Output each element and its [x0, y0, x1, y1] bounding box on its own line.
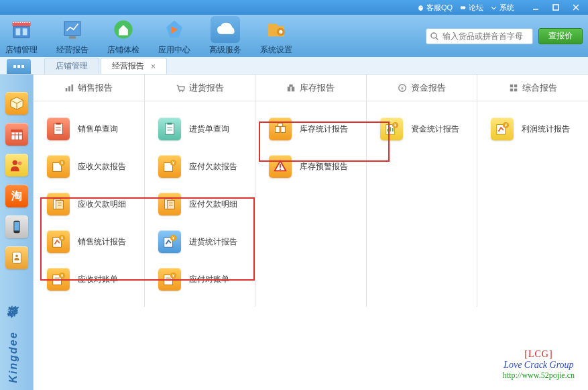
report-purchase-stats[interactable]: ¥进货统计报告: [153, 230, 237, 253]
rail-taobao-icon[interactable]: 淘: [5, 185, 28, 207]
toolbar-system-settings[interactable]: 系统设置: [260, 16, 292, 56]
maximize-button[interactable]: [548, 2, 564, 13]
svg-rect-35: [290, 84, 293, 87]
svg-rect-29: [68, 86, 70, 91]
rail-contacts-icon[interactable]: [5, 246, 28, 269]
category-funds[interactable]: ¥资金报告: [367, 75, 478, 101]
left-rail: 淘 Kingdee 金蝶: [0, 75, 34, 390]
svg-rect-43: [56, 123, 60, 125]
apps-grid-button[interactable]: [7, 59, 31, 74]
toolbar-shop-manage[interactable]: 店铺管理: [5, 16, 38, 56]
svg-rect-81: [281, 126, 285, 132]
report-stock-alert[interactable]: 库存预警报告: [263, 155, 348, 178]
svg-rect-28: [66, 88, 68, 91]
svg-point-22: [12, 160, 17, 165]
toolbar-app-center[interactable]: 应用中心: [158, 16, 190, 56]
minimize-button[interactable]: [528, 2, 544, 13]
svg-point-31: [179, 91, 180, 92]
svg-rect-38: [510, 84, 512, 87]
svg-text:¥: ¥: [61, 160, 64, 165]
forum-link[interactable]: 论坛: [459, 3, 483, 13]
close-button[interactable]: [568, 2, 584, 13]
svg-point-1: [420, 7, 420, 7]
watermark: [LCG] Love Crack Group http://www.52poji…: [503, 349, 575, 381]
category-composite[interactable]: 综合报告: [477, 75, 588, 101]
svg-text:¥: ¥: [401, 85, 404, 90]
rail-cube-icon[interactable]: [5, 92, 28, 115]
tab-business-report[interactable]: 经营报告×: [101, 58, 167, 74]
svg-rect-62: [167, 123, 172, 125]
svg-point-23: [17, 162, 21, 166]
svg-point-0: [418, 5, 423, 11]
svg-rect-50: [56, 201, 63, 209]
title-bar: 客服QQ 论坛 系统: [0, 0, 588, 15]
svg-rect-18: [11, 130, 22, 133]
svg-rect-40: [510, 88, 512, 91]
category-sales[interactable]: 销售报告: [34, 75, 145, 101]
svg-rect-33: [288, 87, 290, 91]
brand-logo: Kingdee 金蝶: [7, 324, 21, 383]
report-sales-query[interactable]: 销售单查询: [42, 117, 118, 140]
svg-rect-13: [69, 36, 76, 38]
svg-text:¥: ¥: [172, 236, 174, 240]
rail-phone-icon[interactable]: [5, 215, 28, 238]
search-input[interactable]: [426, 28, 533, 44]
toolbar-shop-check[interactable]: 店铺体检: [107, 16, 139, 56]
svg-point-4: [463, 6, 465, 9]
svg-rect-10: [16, 28, 21, 35]
rail-calendar-icon[interactable]: [5, 123, 28, 146]
svg-rect-25: [14, 222, 19, 231]
report-funds-stats[interactable]: ¥资金统计报告: [375, 117, 459, 140]
toolbar-business-report[interactable]: 经营报告: [56, 16, 89, 56]
tab-bar: 店铺管理 经营报告×: [0, 57, 588, 75]
svg-rect-80: [276, 126, 280, 132]
system-menu[interactable]: 系统: [490, 3, 514, 13]
svg-point-27: [15, 254, 18, 257]
category-purchase[interactable]: 进货报告: [145, 75, 256, 101]
toolbar-premium-service[interactable]: 高级服务: [209, 16, 241, 56]
rail-people-icon[interactable]: [5, 154, 28, 177]
svg-rect-61: [165, 124, 174, 135]
report-sales-stats[interactable]: ¥销售统计报告: [42, 230, 126, 253]
report-receivable-statement[interactable]: ¥应收对账单: [42, 268, 118, 291]
svg-rect-69: [167, 201, 174, 209]
svg-text:¥: ¥: [61, 236, 64, 240]
svg-point-32: [182, 91, 184, 92]
svg-text:¥: ¥: [394, 123, 396, 128]
support-qq-link[interactable]: 客服QQ: [417, 3, 453, 13]
svg-rect-41: [514, 88, 517, 91]
svg-rect-34: [292, 87, 294, 91]
svg-rect-42: [54, 124, 63, 135]
svg-rect-30: [72, 84, 74, 91]
svg-text:¥: ¥: [172, 160, 174, 165]
svg-point-84: [280, 168, 281, 170]
category-stock[interactable]: 库存报告: [255, 75, 367, 101]
tab-shop-manage[interactable]: 店铺管理: [44, 58, 99, 74]
svg-text:¥: ¥: [61, 273, 64, 278]
report-receivable[interactable]: ¥应收欠款报告: [42, 155, 126, 178]
main-toolbar: 店铺管理 经营报告 店铺体检 应用中心 高级服务 系统设置 查报价: [0, 15, 588, 57]
svg-point-2: [421, 7, 422, 7]
report-payable-detail[interactable]: 应付欠款明细: [153, 193, 237, 215]
report-profit-stats[interactable]: ¥利润统计报告: [485, 117, 570, 140]
svg-rect-82: [278, 124, 283, 127]
report-purchase-query[interactable]: 进货单查询: [153, 117, 229, 140]
report-payable-statement[interactable]: ¥应付对账单: [153, 268, 229, 291]
report-content: 销售报告 进货报告 库存报告 ¥资金报告 综合报告 销售单查询 ¥应收欠款报告 …: [34, 75, 588, 390]
svg-text:¥: ¥: [505, 123, 508, 128]
report-stock-stats[interactable]: 库存统计报告: [263, 117, 348, 140]
report-payable[interactable]: ¥应付欠款报告: [153, 155, 237, 178]
svg-rect-6: [553, 5, 558, 10]
check-price-button[interactable]: 查报价: [538, 28, 583, 44]
svg-rect-39: [514, 84, 517, 87]
report-receivable-detail[interactable]: 应收欠款明细: [42, 193, 126, 215]
svg-text:¥: ¥: [172, 273, 174, 278]
svg-point-16: [279, 30, 282, 34]
svg-rect-11: [23, 28, 27, 35]
tab-close-icon[interactable]: ×: [151, 62, 156, 71]
